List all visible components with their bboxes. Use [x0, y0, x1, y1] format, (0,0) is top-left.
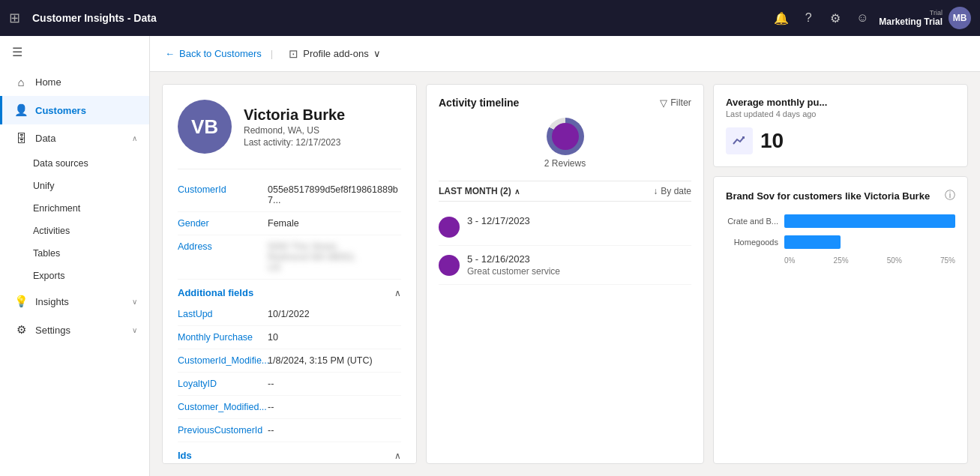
- filter-button[interactable]: ▽ Filter: [660, 97, 691, 109]
- sidebar-item-data-sources[interactable]: Data sources: [0, 152, 149, 175]
- profile-card: VB Victoria Burke Redmond, WA, US Last a…: [162, 84, 417, 464]
- waffle-icon[interactable]: ⊞: [9, 10, 20, 26]
- trial-name: Marketing Trial: [879, 16, 943, 27]
- back-to-customers-label: Back to Customers: [179, 48, 262, 59]
- event-desc-1: Great customer service: [467, 266, 691, 277]
- trend-chart-icon: [732, 133, 747, 148]
- activity-header: Activity timeline ▽ Filter: [439, 97, 691, 109]
- field-label-loyaltyid: LoyaltyID: [178, 379, 268, 389]
- by-date-button[interactable]: ↓ By date: [653, 186, 691, 196]
- sidebar-item-data-sources-label: Data sources: [33, 158, 88, 169]
- brand-title: Brand Sov for customers like Victoria Bu…: [726, 190, 930, 202]
- back-to-customers-link[interactable]: ← Back to Customers: [165, 48, 262, 59]
- outer-ring: [547, 118, 584, 155]
- metric-number: 10: [760, 129, 784, 153]
- profile-name: Victoria Burke: [244, 106, 345, 124]
- info-icon[interactable]: ⓘ: [945, 189, 955, 202]
- sidebar-item-exports[interactable]: Exports: [0, 265, 149, 287]
- activity-event-1: 5 - 12/16/2023 Great customer service: [439, 246, 691, 285]
- profile-addons-button[interactable]: ⊡ Profile add-ons ∨: [282, 43, 387, 64]
- help-icon[interactable]: ?: [798, 7, 819, 28]
- sidebar-item-unify[interactable]: Unify: [0, 175, 149, 197]
- sidebar-item-home[interactable]: ⌂ Home: [0, 68, 149, 96]
- trial-label: Trial: [930, 9, 943, 16]
- event-content-1: 5 - 12/16/2023 Great customer service: [467, 253, 691, 277]
- hamburger-menu[interactable]: ☰: [0, 36, 149, 68]
- brand-sov-card: Brand Sov for customers like Victoria Bu…: [713, 176, 968, 464]
- month-label: LAST MONTH (2) ∧: [439, 186, 520, 196]
- additional-fields-title: Additional fields: [178, 287, 253, 298]
- sidebar-item-home-label: Home: [35, 76, 61, 88]
- axis-label-1: 25%: [834, 256, 849, 265]
- field-row-loyaltyid: LoyaltyID --: [178, 373, 401, 396]
- sidebar-item-data[interactable]: 🗄 Data ∧: [0, 124, 149, 152]
- settings-icon[interactable]: ⚙: [825, 7, 846, 28]
- additional-fields-header[interactable]: Additional fields ∧: [178, 280, 401, 303]
- ids-header[interactable]: Ids ∧: [178, 442, 401, 464]
- trial-badge: Trial Marketing Trial: [879, 9, 943, 27]
- sidebar-item-enrichment-label: Enrichment: [33, 203, 80, 214]
- event-title-1: 5 - 12/16/2023: [467, 253, 691, 265]
- profile-info: Victoria Burke Redmond, WA, US Last acti…: [244, 106, 345, 148]
- insights-icon: 💡: [14, 295, 28, 308]
- field-label-customerid-modified: CustomerId_Modifie...: [178, 355, 268, 366]
- sidebar-item-tables[interactable]: Tables: [0, 242, 149, 265]
- by-date-label: By date: [661, 186, 691, 196]
- profile-avatar: VB: [178, 100, 232, 154]
- field-value-customerid-modified: 1/8/2024, 3:15 PM (UTC): [268, 355, 373, 366]
- sidebar-item-activities-label: Activities: [33, 226, 70, 236]
- field-value-lastupd: 10/1/2022: [268, 309, 310, 319]
- chart-row-1: Homegoods: [726, 235, 955, 249]
- data-chevron-icon: ∧: [132, 134, 137, 142]
- chart-axis: 0% 25% 50% 75%: [726, 256, 955, 265]
- app-body: ☰ ⌂ Home 👤 Customers 🗄 Data ∧ Data sourc…: [0, 36, 980, 476]
- month-label-text: LAST MONTH (2): [439, 186, 511, 196]
- chart-area: Crate and B... Homegoods 0: [726, 214, 955, 265]
- field-label-lastupd: LastUpd: [178, 309, 268, 319]
- ids-chevron-icon: ∧: [394, 451, 401, 461]
- inner-circle: [552, 123, 579, 150]
- field-row-customerid-modified: CustomerId_Modifie... 1/8/2024, 3:15 PM …: [178, 349, 401, 373]
- sidebar-item-insights-label: Insights: [35, 296, 69, 307]
- filter-label: Filter: [670, 97, 691, 108]
- chart-label-1: Homegoods: [726, 238, 778, 247]
- field-label-previous-customerid: PreviousCustomerId: [178, 425, 268, 436]
- chart-row-0: Crate and B...: [726, 214, 955, 228]
- breadcrumb-bar: ← Back to Customers | ⊡ Profile add-ons …: [150, 36, 980, 72]
- activity-card: Activity timeline ▽ Filter 2 Reviews: [426, 84, 704, 464]
- sort-icon: ↓: [653, 186, 658, 196]
- reviews-label: 2 Reviews: [544, 158, 586, 169]
- axis-label-0: 0%: [784, 256, 795, 265]
- field-label-monthly-purchase: Monthly Purchase: [178, 332, 268, 343]
- content-area: VB Victoria Burke Redmond, WA, US Last a…: [150, 72, 980, 476]
- settings-chevron-icon: ∨: [132, 326, 137, 334]
- field-row-customer-modified: Customer_Modified... --: [178, 396, 401, 419]
- field-value-monthly-purchase: 10: [268, 332, 278, 343]
- brand-card-header: Brand Sov for customers like Victoria Bu…: [726, 189, 955, 202]
- sidebar-item-customers-label: Customers: [35, 105, 86, 116]
- field-row-customerid: CustomerId 055e8517899d5ef8f19861889b7..…: [178, 178, 401, 212]
- breadcrumb-separator: |: [271, 48, 273, 59]
- profile-last-activity: Last activity: 12/17/2023: [244, 137, 345, 148]
- profile-addons-square-icon: ⊡: [289, 47, 298, 61]
- sidebar-item-insights[interactable]: 💡 Insights ∨: [0, 287, 149, 316]
- sidebar-item-customers[interactable]: 👤 Customers: [0, 96, 149, 124]
- month-chevron-icon: ∧: [514, 187, 520, 196]
- field-value-previous-customerid: --: [268, 425, 274, 436]
- metric-card: Average monthly pu... Last updated 4 day…: [713, 84, 968, 167]
- event-dot-1: [439, 255, 460, 276]
- chart-bar-0: [784, 214, 955, 228]
- field-value-gender: Female: [268, 218, 299, 229]
- sidebar-item-settings[interactable]: ⚙ Settings ∨: [0, 316, 149, 344]
- field-value-customerid: 055e8517899d5ef8f19861889b7...: [268, 184, 401, 205]
- chart-bar-container-1: [784, 235, 955, 249]
- field-row-previous-customerid: PreviousCustomerId --: [178, 419, 401, 442]
- notification-icon[interactable]: 🔔: [771, 7, 792, 28]
- right-panel: Average monthly pu... Last updated 4 day…: [713, 84, 968, 464]
- smiley-icon[interactable]: ☺: [852, 7, 873, 28]
- sidebar-item-activities[interactable]: Activities: [0, 220, 149, 242]
- sidebar-item-enrichment[interactable]: Enrichment: [0, 197, 149, 220]
- user-avatar[interactable]: MB: [949, 7, 971, 29]
- customers-icon: 👤: [14, 103, 28, 117]
- profile-header: VB Victoria Burke Redmond, WA, US Last a…: [178, 100, 401, 154]
